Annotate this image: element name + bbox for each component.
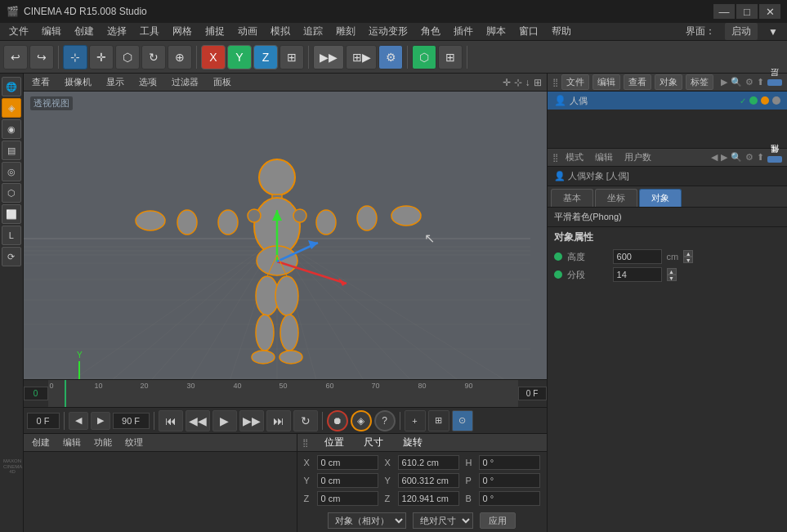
tab-coords[interactable]: 坐标 xyxy=(595,189,637,207)
menu-character[interactable]: 角色 xyxy=(415,23,446,40)
rp-user-tab[interactable]: 用户数 xyxy=(620,150,655,164)
menu-scripts[interactable]: 脚本 xyxy=(481,23,512,40)
menu-layout-arrow[interactable]: ▼ xyxy=(762,25,784,39)
autokey-button[interactable]: ? xyxy=(374,410,396,431)
tab-object[interactable]: 对象 xyxy=(639,189,682,207)
vp-menu-options[interactable]: 选项 xyxy=(136,74,160,90)
coord-xs-input[interactable] xyxy=(398,455,459,470)
maximize-button[interactable]: □ xyxy=(736,4,758,19)
render-button[interactable]: ▶▶ xyxy=(313,45,344,69)
record-button[interactable]: ⏺ xyxy=(327,410,348,431)
rp-nav-left[interactable]: ◀ xyxy=(711,152,718,163)
timeline-start-frame[interactable]: 0 xyxy=(24,387,48,400)
rp-settings-icon[interactable]: ⚙ xyxy=(745,152,753,163)
sidebar-btn-6[interactable]: ⬡ xyxy=(2,183,21,203)
timeline[interactable]: 0 0 10 20 30 40 50 60 70 80 90 0 F xyxy=(24,379,547,408)
vp-menu-view[interactable]: 查看 xyxy=(29,74,53,90)
coord-z-input[interactable] xyxy=(317,491,378,506)
rp-height-spin[interactable]: ▲ ▼ xyxy=(683,250,693,263)
rp-edit-btn[interactable]: 编辑 xyxy=(592,74,620,90)
rp-height-up[interactable]: ▲ xyxy=(683,250,693,257)
menu-plugins[interactable]: 插件 xyxy=(448,23,479,40)
layout-value[interactable]: 启动 xyxy=(725,23,758,40)
scale-tool-button[interactable]: ⬡ xyxy=(115,45,140,69)
coord-p-input[interactable] xyxy=(479,473,540,488)
render-settings-button[interactable]: ⚙ xyxy=(378,45,403,69)
rp-segments-input[interactable] xyxy=(613,267,662,282)
world-axis-button[interactable]: ⊞ xyxy=(279,45,304,69)
menu-create[interactable]: 创建 xyxy=(69,23,100,40)
coord-y-input[interactable] xyxy=(317,473,378,488)
coords-tab-position[interactable]: 位置 xyxy=(321,434,347,451)
view-mode-button[interactable]: ⬡ xyxy=(412,45,436,69)
timeline-track[interactable]: 0 10 20 30 40 50 60 70 80 90 xyxy=(48,380,518,407)
rp-object-btn[interactable]: 对象 xyxy=(655,74,682,90)
kf-menu-edit[interactable]: 编辑 xyxy=(60,435,84,450)
timeline-playhead[interactable] xyxy=(65,380,66,407)
z-axis-button[interactable]: Z xyxy=(253,45,278,69)
vp-menu-filter[interactable]: 过滤器 xyxy=(168,74,202,90)
rp-segments-spin[interactable]: ▲ ▼ xyxy=(667,268,677,281)
menu-tools[interactable]: 工具 xyxy=(134,23,165,40)
y-axis-button[interactable]: Y xyxy=(227,45,252,69)
menu-sculpt[interactable]: 雕刻 xyxy=(330,23,361,40)
menu-edit[interactable]: 编辑 xyxy=(36,23,67,40)
rp-height-down[interactable]: ▼ xyxy=(683,257,693,263)
kf-menu-texture[interactable]: 纹理 xyxy=(122,435,146,450)
transform-tool-button[interactable]: ⊕ xyxy=(168,45,192,69)
sidebar-btn-5[interactable]: ◎ xyxy=(2,162,21,181)
rp-upload-icon[interactable]: ⬆ xyxy=(757,152,764,163)
coords-tab-size[interactable]: 尺寸 xyxy=(360,434,387,451)
menu-help[interactable]: 帮助 xyxy=(546,23,577,40)
kf-menu-function[interactable]: 功能 xyxy=(91,435,115,450)
render-region-button[interactable]: ⊞▶ xyxy=(346,45,377,69)
menu-simulate[interactable]: 模拟 xyxy=(265,23,296,40)
coord-b-input[interactable] xyxy=(479,491,540,506)
snap-button[interactable]: ⊞ xyxy=(438,45,463,69)
rp-segments-down[interactable]: ▼ xyxy=(667,275,677,281)
menu-track[interactable]: 追踪 xyxy=(297,23,329,40)
menu-file[interactable]: 文件 xyxy=(3,23,34,40)
menu-motion[interactable]: 运动变形 xyxy=(363,23,414,40)
vp-icon-3[interactable]: ↓ xyxy=(525,77,530,88)
next-key-button[interactable]: ▶▶ xyxy=(239,410,264,431)
frame-up-button[interactable]: ▶ xyxy=(91,412,110,430)
coords-tab-rotation[interactable]: 旋转 xyxy=(400,434,426,451)
coord-ys-input[interactable] xyxy=(398,473,459,488)
select-tool-button[interactable]: ⊹ xyxy=(63,45,87,69)
sidebar-btn-3[interactable]: ◉ xyxy=(2,119,21,139)
sidebar-btn-7[interactable]: ⬜ xyxy=(2,204,21,224)
prev-key-button[interactable]: ◀◀ xyxy=(186,410,210,431)
coord-x-input[interactable] xyxy=(317,455,378,470)
sidebar-btn-1[interactable]: 🌐 xyxy=(2,77,21,96)
sidebar-btn-9[interactable]: ⟳ xyxy=(2,247,21,266)
key-settings-button[interactable]: ⊞ xyxy=(428,410,449,431)
rp-nav-right[interactable]: ▶ xyxy=(721,152,727,163)
move-tool-button[interactable]: ✛ xyxy=(89,45,114,69)
rp-edit-tab[interactable]: 编辑 xyxy=(591,150,617,164)
vp-menu-panel[interactable]: 面板 xyxy=(210,74,235,90)
key-time-button[interactable]: ⊙ xyxy=(452,410,473,431)
frame-down-button[interactable]: ◀ xyxy=(69,412,88,430)
apply-button[interactable]: 应用 xyxy=(480,512,516,529)
vp-icon-4[interactable]: ⊞ xyxy=(534,77,542,88)
current-frame-input[interactable] xyxy=(27,413,60,429)
go-start-button[interactable]: ⏮ xyxy=(159,410,183,431)
sidebar-btn-8[interactable]: L xyxy=(2,226,21,245)
undo-button[interactable]: ↩ xyxy=(3,45,28,69)
rp-height-input[interactable] xyxy=(613,249,662,264)
coord-h-input[interactable] xyxy=(479,455,540,470)
viewport-3d[interactable]: Y X Z ↖ 透视视图 xyxy=(24,92,547,379)
end-frame-input[interactable] xyxy=(113,413,150,429)
coord-zs-input[interactable] xyxy=(398,491,459,506)
sidebar-btn-2[interactable]: ◈ xyxy=(2,98,21,118)
kf-menu-create[interactable]: 创建 xyxy=(29,435,53,450)
x-axis-button[interactable]: X xyxy=(201,45,226,69)
play-button[interactable]: ▶ xyxy=(212,410,237,431)
rp-search-icon[interactable]: 🔍 xyxy=(731,152,742,163)
sidebar-btn-4[interactable]: ▤ xyxy=(2,141,21,160)
vp-icon-1[interactable]: ✛ xyxy=(503,77,511,88)
coords-mode-select[interactable]: 对象（相对） xyxy=(328,512,406,529)
rotate-tool-button[interactable]: ↻ xyxy=(141,45,166,69)
vp-menu-display[interactable]: 显示 xyxy=(103,74,127,90)
